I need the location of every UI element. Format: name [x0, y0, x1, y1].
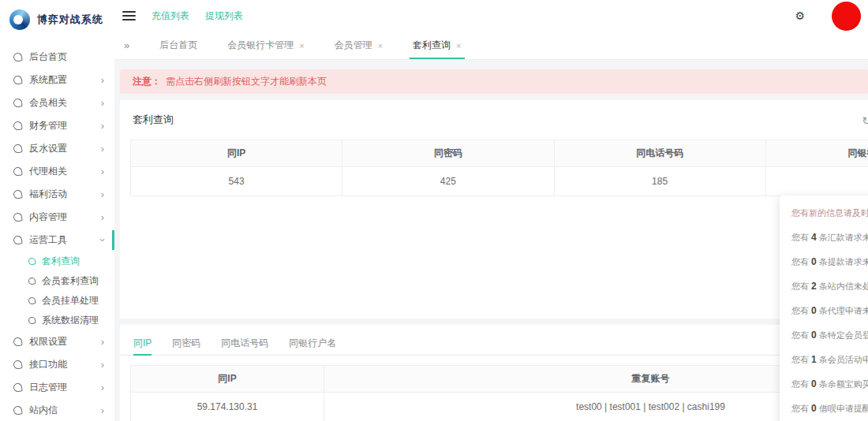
notification-item[interactable]: 您有1条会员活动申请	[791, 354, 868, 366]
notice-prefix: 注意：	[133, 76, 161, 87]
sidebar-item-system-config[interactable]: 系统配置 ›	[0, 69, 114, 91]
refresh-icon[interactable]: ↻	[862, 114, 868, 127]
chevron-right-icon: ›	[101, 98, 104, 108]
notification-item[interactable]: 您有0条代理申请未处理	[791, 305, 868, 317]
tab-member-manage[interactable]: 会员管理 ×	[335, 32, 383, 59]
notification-item[interactable]: 您有0借呗申请提醒	[791, 403, 868, 415]
chevron-right-icon: ›	[101, 405, 104, 415]
bubble-icon	[28, 316, 36, 324]
sidebar-subitem-member-arbitrage-query[interactable]: 会员套利查询	[0, 271, 114, 291]
notification-count: 4	[811, 232, 817, 243]
bubble-icon	[13, 52, 22, 61]
bubble-icon	[13, 337, 22, 346]
notification-count: 0	[811, 403, 817, 414]
detail-tab-same-password[interactable]: 同密码	[172, 331, 200, 355]
tab-label: 后台首页	[159, 39, 197, 52]
brand-logo-icon	[9, 9, 30, 30]
bubble-icon	[13, 189, 22, 199]
sidebar-subitem-member-order-handle[interactable]: 会员挂单处理	[0, 291, 114, 311]
sidebar-item-agent[interactable]: 代理相关 ›	[0, 160, 114, 183]
sidebar-item-welfare[interactable]: 福利活动 ›	[0, 183, 114, 206]
sidebar-item-label: 内容管理	[29, 210, 101, 224]
sidebar-item-label: 后台首页	[29, 50, 104, 64]
bubble-icon	[13, 235, 22, 244]
notification-count: 0	[811, 330, 817, 341]
tab-arbitrage-query[interactable]: 套利查询 ×	[413, 32, 461, 59]
column-header: 同密码	[342, 140, 554, 166]
notification-count: 0	[811, 378, 817, 389]
gear-icon[interactable]: ⚙	[795, 10, 805, 21]
sidebar-item-label: 权限设置	[29, 335, 101, 348]
sidebar-subitem-arbitrage-query[interactable]: 套利查询	[0, 251, 114, 271]
detail-tabs: 同IP 同密码 同电话号码 同银行户名	[120, 331, 868, 356]
detail-table-header-row: 同IP 重复账号	[131, 366, 868, 392]
sidebar-item-member-related[interactable]: 会员相关 ›	[0, 91, 114, 114]
detail-tab-same-ip[interactable]: 同IP	[133, 331, 152, 355]
sidebar-item-dashboard[interactable]: 后台首页	[0, 46, 114, 69]
sidebar-subitem-label: 套利查询	[42, 255, 114, 268]
chevron-right-icon: ›	[101, 143, 104, 154]
sidebar-item-operation-tools[interactable]: 运营工具 ›	[0, 229, 114, 251]
sidebar-item-rebate[interactable]: 反水设置 ›	[0, 137, 114, 160]
notification-item[interactable]: 您有0条余额宝购买提醒	[791, 378, 868, 390]
same-bank-name-count: 0	[766, 167, 868, 196]
bubble-icon	[28, 296, 36, 304]
notification-item[interactable]: 您有0条特定会员登录提醒	[791, 330, 868, 341]
sidebar-item-content[interactable]: 内容管理 ›	[0, 206, 114, 229]
close-icon[interactable]: ×	[378, 41, 383, 50]
close-icon[interactable]: ×	[456, 41, 461, 50]
same-phone-count: 185	[555, 167, 766, 196]
close-icon[interactable]: ×	[299, 41, 304, 50]
bubble-icon	[13, 382, 22, 392]
withdraw-list-link[interactable]: 提现列表	[205, 9, 243, 23]
summary-table-header-row: 同IP 同密码 同电话号码 同银行户名	[131, 140, 868, 166]
bubble-icon	[13, 121, 22, 130]
sidebar-item-api[interactable]: 接口功能 ›	[0, 353, 114, 376]
chevron-right-icon: ›	[101, 382, 104, 393]
sidebar-item-label: 反水设置	[29, 142, 101, 155]
recharge-list-link[interactable]: 充值列表	[152, 9, 189, 23]
sidebar-item-label: 站内信	[29, 404, 101, 417]
detail-tab-same-bank-name[interactable]: 同银行户名	[289, 331, 336, 355]
sidebar-subitem-system-data-clean[interactable]: 系统数据清理	[0, 311, 114, 330]
tabbar: » 后台首页 会员银行卡管理 × 会员管理 × 套利查询 ×	[114, 32, 868, 60]
sidebar-item-finance[interactable]: 财务管理 ›	[0, 114, 114, 137]
bubble-icon	[13, 98, 22, 107]
same-ip-count: 543	[131, 167, 342, 196]
avatar[interactable]	[832, 2, 861, 31]
sidebar: 博弈对战系统 后台首页 系统配置 › 会员相关 › 财务管理 ›	[0, 0, 114, 421]
arbitrage-detail-card: 同IP 同密码 同电话号码 同银行户名 同IP 重复账号 59.174.130.…	[120, 325, 868, 421]
sidebar-item-label: 接口功能	[29, 358, 101, 371]
chevron-right-icon: ›	[101, 121, 104, 131]
notification-item[interactable]: 您有2条站内信未处理	[791, 281, 868, 292]
chevron-right-icon: ›	[101, 360, 104, 370]
tab-scroll-icon[interactable]: »	[124, 39, 129, 51]
detail-tab-same-phone[interactable]: 同电话号码	[221, 331, 268, 355]
chevron-right-icon: ›	[101, 75, 104, 85]
brand-title: 博弈对战系统	[37, 13, 103, 27]
notification-item[interactable]: 您有4条汇款请求未处理	[791, 232, 868, 244]
bubble-icon	[28, 257, 36, 265]
notification-item[interactable]: 您有0条提款请求未处理	[791, 256, 868, 268]
sidebar-item-label: 福利活动	[29, 188, 101, 201]
app-layout: 博弈对战系统 后台首页 系统配置 › 会员相关 › 财务管理 ›	[0, 0, 868, 421]
brand: 博弈对战系统	[0, 0, 114, 39]
sidebar-item-log[interactable]: 日志管理 ›	[0, 376, 114, 399]
sidebar-item-label: 会员相关	[29, 96, 101, 110]
notice-banner: 注意：需点击右侧刷新按钮文字才能刷新本页	[120, 69, 868, 94]
main-area: 充值列表 提现列表 ⚙ » 后台首页 会员银行卡管理 × 会员管理 × 套利查询…	[114, 0, 868, 421]
sidebar-item-label: 运营工具	[29, 233, 101, 247]
sidebar-item-label: 代理相关	[29, 165, 101, 178]
notice-text: 需点击右侧刷新按钮文字才能刷新本页	[166, 76, 327, 87]
chevron-right-icon: ›	[101, 166, 104, 177]
table-row: 59.174.130.31 test00 | test001 | test002…	[131, 392, 868, 421]
sidebar-item-permission[interactable]: 权限设置 ›	[0, 330, 114, 353]
column-header-ip: 同IP	[131, 366, 324, 392]
sidebar-item-site-message[interactable]: 站内信 ›	[0, 399, 114, 421]
tab-dashboard[interactable]: 后台首页	[159, 32, 197, 59]
card-title: 套利查询	[120, 113, 868, 140]
topbar: 充值列表 提现列表 ⚙	[114, 0, 868, 32]
chevron-right-icon: ›	[101, 337, 104, 347]
hamburger-menu-icon[interactable]	[122, 9, 136, 23]
tab-member-bankcard[interactable]: 会员银行卡管理 ×	[227, 32, 304, 59]
